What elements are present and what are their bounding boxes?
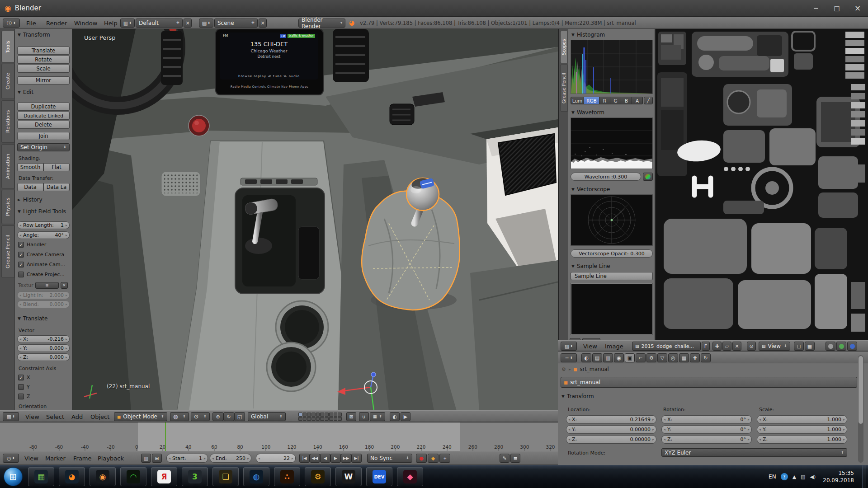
start-button[interactable]: ⊞: [4, 467, 23, 486]
panel-lightfield-header[interactable]: ▼Light Field Tools: [18, 208, 66, 215]
handler-checkbox[interactable]: ✓Handler: [18, 242, 46, 248]
create-camera-checkbox[interactable]: ✓Create Camera: [18, 252, 64, 258]
web-browser-taskbar-icon[interactable]: ◍: [243, 467, 269, 486]
vector-x-field[interactable]: ◂X:-0.216▸: [17, 335, 70, 343]
tab-scopes[interactable]: Scopes: [560, 31, 568, 63]
hist-lum-button[interactable]: Lum: [571, 97, 584, 104]
maximize-button[interactable]: □: [826, 0, 847, 16]
start-frame-field[interactable]: ◂Start:1▸: [166, 454, 208, 463]
scene-icon[interactable]: ▤⬍: [199, 19, 213, 28]
editor-type-button[interactable]: ⓘ⬍: [3, 19, 20, 28]
jump-end-button[interactable]: ▶|: [351, 454, 362, 463]
light-in-field[interactable]: ◂Light In:2.000▸: [17, 291, 70, 299]
tab-world-icon[interactable]: ◉: [614, 353, 624, 362]
transform-panel-header[interactable]: ▼Transform: [561, 393, 594, 399]
mirror-button[interactable]: Mirror: [17, 76, 70, 84]
waveform-header[interactable]: ▼Waveform: [571, 109, 604, 116]
animate-cam-checkbox[interactable]: ✓Animate Cam...: [18, 262, 65, 267]
image-datablock-dropdown[interactable]: ▨2015_dodge_challe...: [632, 342, 701, 351]
play-button[interactable]: ▶: [330, 454, 341, 463]
orientation-dropdown[interactable]: Global⬍: [248, 412, 286, 421]
channel-gray-button[interactable]: [826, 342, 835, 351]
volume-tray-icon[interactable]: ◀): [810, 474, 816, 480]
hist-sample-button[interactable]: ╱: [644, 97, 653, 104]
pivot-dropdown[interactable]: ⊙⬍: [191, 412, 210, 421]
menu-help[interactable]: Help: [101, 17, 120, 29]
object-name-field[interactable]: ◼ srt_manual: [561, 377, 857, 388]
shading-dropdown[interactable]: ◍⬍: [170, 412, 189, 421]
dev-cpp-taskbar-icon[interactable]: DEV: [366, 467, 392, 486]
panel-edit-header[interactable]: ▼Edit: [18, 89, 33, 95]
menu-file[interactable]: File: [24, 17, 39, 29]
menu-render[interactable]: Render: [43, 17, 70, 29]
tab-object-icon[interactable]: ▣: [625, 353, 635, 362]
uv-paint-mode-button[interactable]: ◻: [794, 342, 804, 351]
toolbag-taskbar-icon[interactable]: ◆: [397, 467, 423, 486]
lock-button[interactable]: ⊠: [346, 412, 356, 421]
tab-animation[interactable]: Animation: [1, 144, 14, 188]
channel-blue-button[interactable]: [847, 342, 857, 351]
duplicate-button[interactable]: Duplicate: [17, 103, 70, 111]
tab-create[interactable]: Create: [1, 64, 14, 99]
row-length-field[interactable]: ◂Row Length:1▸: [17, 221, 70, 229]
uv-checker-button[interactable]: ▦: [805, 342, 815, 351]
tab-grease-pencil[interactable]: Grease Pencil: [1, 225, 14, 278]
end-frame-field[interactable]: ◂End:250▸: [210, 454, 251, 463]
mode-dropdown[interactable]: ◼Object Mode⬍: [114, 412, 167, 421]
firefox-taskbar-icon[interactable]: ◕: [59, 467, 85, 486]
hist-r-button[interactable]: R: [599, 97, 610, 104]
uv-menu-view[interactable]: View: [580, 341, 600, 352]
language-indicator[interactable]: EN: [769, 474, 776, 480]
data-button[interactable]: Data: [17, 183, 43, 191]
file-explorer-taskbar-icon[interactable]: ❏: [212, 467, 239, 486]
manipulator-translate-button[interactable]: ⊕: [212, 412, 223, 421]
sample-line-header[interactable]: ▼Sample Line: [571, 263, 610, 269]
shade-flat-button[interactable]: Flat: [43, 163, 70, 171]
texture-clear-button[interactable]: ✕: [61, 282, 68, 289]
jump-start-button[interactable]: |◀: [299, 454, 310, 463]
duplicate-linked-button[interactable]: Duplicate Linked: [17, 112, 70, 120]
gauge-app-taskbar-icon[interactable]: ◠: [120, 467, 146, 486]
blender-taskbar-icon[interactable]: ◉: [90, 467, 116, 486]
render-engine-dropdown[interactable]: Blender Render▾: [298, 19, 345, 28]
vectorscope-header[interactable]: ▼Vectorscope: [571, 186, 610, 192]
new-image-button[interactable]: ✚: [712, 342, 722, 351]
timeline-ruler[interactable]: -80-60-40-200204060801001201401601802002…: [0, 422, 558, 451]
tab-scene-icon[interactable]: ▥: [603, 353, 613, 362]
scene-dropdown[interactable]: Scene✚: [214, 19, 258, 28]
snap-magnet-button[interactable]: ∪: [359, 412, 369, 421]
open-image-button[interactable]: ▱: [722, 342, 731, 351]
wacom-taskbar-icon[interactable]: W: [335, 467, 362, 486]
hist-g-button[interactable]: G: [610, 97, 621, 104]
tab-physics[interactable]: Physics: [1, 190, 14, 224]
editor-type-properties[interactable]: ≡⬍: [561, 353, 577, 362]
tab-data-icon[interactable]: ▽: [657, 353, 667, 362]
histogram-header[interactable]: ▼Histogram: [571, 32, 605, 38]
vector-z-field[interactable]: ◂Z:0.000▸: [17, 353, 70, 361]
channel-green-button[interactable]: [836, 342, 846, 351]
set-origin-dropdown[interactable]: Set Origin⬍: [17, 143, 70, 151]
screen-layout-dropdown[interactable]: Default✚: [136, 19, 183, 28]
texture-search-field[interactable]: ⊞: [35, 282, 59, 289]
menu-window[interactable]: Window: [71, 17, 100, 29]
show-hidden-icons[interactable]: ▲: [793, 474, 796, 480]
menu-tl-view[interactable]: View: [22, 451, 41, 465]
delete-scene-button[interactable]: ✕: [259, 19, 267, 28]
menu-view[interactable]: View: [23, 411, 42, 422]
3ds-max-taskbar-icon[interactable]: 3: [182, 467, 208, 486]
current-frame-field[interactable]: ◂22▸: [256, 454, 296, 463]
tab-particles-icon[interactable]: ✚: [690, 353, 700, 362]
menu-object[interactable]: Object: [88, 411, 112, 422]
sample-line-button[interactable]: Sample Line: [571, 272, 653, 280]
loc-x-field[interactable]: ◂X:-0.21649▸: [566, 415, 656, 424]
angle-field[interactable]: ◂Angle:40°▸: [17, 231, 70, 239]
editor-type-timeline[interactable]: ◷⬍: [3, 454, 19, 463]
loc-z-field[interactable]: ◂Z:0.00000▸: [566, 435, 656, 444]
panel-translate-header[interactable]: ▼Translate: [18, 315, 47, 322]
close-button[interactable]: ×: [847, 0, 868, 16]
editor-type-uv[interactable]: ▨⬍: [561, 342, 577, 351]
rotate-button[interactable]: Rotate: [17, 56, 70, 64]
tab-physics-icon[interactable]: ↻: [701, 353, 711, 362]
scale-x-field[interactable]: ◂X:1.000▸: [757, 415, 847, 424]
yandex-taskbar-icon[interactable]: Я: [151, 467, 177, 486]
